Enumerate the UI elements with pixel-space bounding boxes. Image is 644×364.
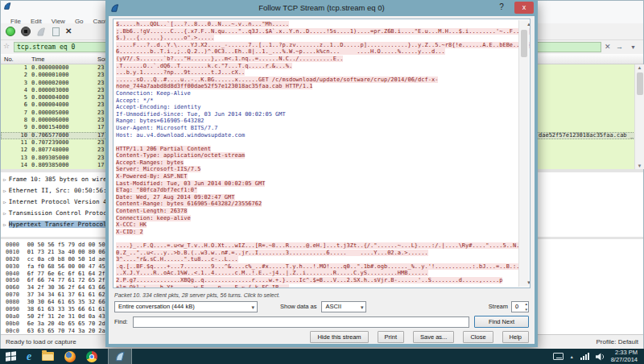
packet-no: 1 [1,64,27,72]
stream-number-spinner[interactable]: 0 [511,301,529,312]
stream-scrollbar[interactable]: ▲ ▼ [518,20,529,287]
hex-offset: 0000 [6,242,19,248]
dialog-titlebar[interactable]: Follow TCP Stream (tcp.stream eq 0) ? x [105,0,538,16]
hex-bytes: 38 61 63 33 35 66 61 61 [27,306,105,312]
show-data-as-select[interactable]: ASCII [321,301,366,312]
print-button[interactable]: Print [378,331,404,343]
stream-line: none_744a7aabd8d8d3ff00dae52f57e123018ac… [116,83,517,90]
hex-offset: 00a0 [6,313,19,320]
volume-icon[interactable] [596,353,605,361]
taskbar-clock[interactable]: 2:33 PM 8/27/2014 [611,350,638,363]
expand-arrow-icon[interactable]: ▷ [3,221,6,227]
scroll-up-icon[interactable]: ▲ [635,65,644,70]
conversation-select[interactable]: Entire conversation (444 kB) [114,301,258,312]
start-capture-icon[interactable] [6,27,15,36]
find-input[interactable] [133,316,469,328]
packet-source: 23 [97,72,104,79]
hex-bytes: 63 63 65 70 74 3a 20 2a [27,328,105,334]
stream-line: Server: Microsoft-IIS/7.5 [116,166,517,173]
stream-line: ETag: "80fca7dbf7ecf1:0" [116,187,517,194]
chrome-icon[interactable] [86,351,97,362]
packet-no: 8 [1,117,27,124]
expand-arrow-icon[interactable]: ▷ [3,199,6,205]
close-button[interactable]: Close [463,331,493,343]
save-as-button[interactable]: Save as... [413,331,454,343]
scroll-down-icon[interactable]: ▼ [635,163,644,168]
expand-arrow-icon[interactable]: ▷ [3,176,6,182]
stream-line: Host: au.v4.download.windowsupdate.com [116,132,517,139]
proto-tree-label: Internet Protocol Version 4, [9,198,110,205]
stop-capture-icon[interactable] [21,27,31,36]
close-button[interactable]: x [514,2,534,14]
screen: FileEditViewGoCaptureAnalyze ✕ ☆ tcp.str… [0,0,644,364]
filter-dropdown-icon[interactable]: ▼ [630,42,636,52]
stream-content-area[interactable]: $.....h...QOL..`[...?..8...0..N...~.v..n… [113,19,530,288]
server-data-text: Connection: keep-alive [116,215,191,221]
file-explorer-icon[interactable] [42,352,54,361]
server-data-text: $.)...{......}......o".>..... [116,35,214,41]
wireshark-taskbar-icon[interactable] [108,349,132,364]
column-time[interactable]: Time [31,56,44,63]
expand-arrow-icon[interactable]: ▷ [3,210,6,216]
network-icon[interactable] [580,353,589,360]
scrollbar-thumb[interactable] [637,72,643,95]
show-data-as-label: Show data as [280,303,316,310]
restart-capture-icon[interactable] [36,27,47,37]
client-data-text: If-Unmodified-Since: Tue, 03 Jun 2014 00… [116,111,286,118]
packet-no: 6 [1,101,27,109]
scroll-up-icon[interactable]: ▲ [524,22,530,27]
stream-line: Accept: */* [116,97,517,105]
keyboard-icon[interactable] [553,353,564,360]
filter-apply-icon[interactable]: → [616,42,623,52]
server-data-text: ......sO...Q..#....u..-..K.BG......x....… [116,77,438,83]
server-data-text: Date: Wed, 27 Aug 2014 09:02:47 GMT [116,194,235,201]
stream-line [116,139,517,146]
server-data-text: .....F...?..d..Y.\....YJ.X2...._-......7… [116,42,530,48]
stream-line: +lm.Okl.:....h.Yt......w.F....p....F.~.{… [116,284,517,288]
server-data-text: 6.........b..T.i.,;..Q.2..)^.0C3...Eh..8… [116,48,445,55]
hex-offset: 0020 [6,256,19,263]
packet-time: 0.000004000 [31,94,68,101]
hide-this-stream-button[interactable]: Hide this stream [310,331,368,343]
wireshark-icon [3,2,12,10]
column-no[interactable]: No. [4,56,14,63]
expand-arrow-icon[interactable]: ▷ [3,188,6,193]
capture-options-icon[interactable] [52,27,60,36]
proto-tree-label: Frame 10: 385 bytes on wire [9,176,107,183]
filter-bookmark-icon[interactable]: ☆ [3,42,10,50]
server-data-text: .T......O..`.dQ6..T........k.c."7...T.q.… [116,63,292,69]
packet-no: 2 [1,72,27,79]
stream-line: ;.Bb6..!gV......C...{.x7.F..N.qu...."..q… [116,28,517,35]
packet-info-text[interactable]: Packet 10. 334 client pkts, 28 server pk… [114,292,280,298]
stream-line: 6.........b..T.i.,;..Q.2..)^.0C3...Eh..8… [116,48,517,56]
client-data-text: Accept-Encoding: identity [116,104,200,110]
scroll-down-icon[interactable]: ▼ [524,280,530,285]
stream-line: 0.Z_.."..u<...y..>b.B.(..w3.w..n#.=..jr.… [116,250,517,257]
stream-line: ...b.y.1......?np...9t......t.J...cX.. [116,69,517,77]
filter-clear-icon[interactable]: ✕ [605,42,611,52]
hex-offset: 0010 [6,249,19,255]
proto-tree-label: Hypertext Transfer Protocol [9,221,107,228]
find-next-button[interactable]: Find Next [474,316,529,328]
packet-source: 17 [97,124,104,131]
stream-line: .q.[..BF.$q....+...7........9...^&....c%… [116,263,517,271]
server-data-text: Content-Type: application/octet-stream [116,152,245,159]
follow-tcp-stream-dialog: Follow TCP Stream (tcp.stream eq 0) ? x … [105,0,538,347]
server-data-text: (yV7/.S.......`b?..."H......},..m<.1.nq.… [116,56,343,62]
help-button[interactable]: ? [496,2,507,11]
profile-indicator[interactable]: Profile: Default [597,338,638,345]
internet-explorer-icon[interactable]: e [27,351,31,362]
close-capture-icon[interactable]: ✕ [65,27,72,35]
start-button[interactable] [6,351,16,361]
help-button[interactable]: Help [502,331,529,343]
packet-no: 12 [1,147,27,154]
packet-list-scrollbar[interactable]: ▲ ▼ [634,64,644,169]
firefox-icon[interactable] [64,351,76,362]
stream-line: Content-Range: bytes 616905-643282/23556… [116,201,517,208]
hex-bytes: 50 2f 31 2e 31 0d 0a 43 [27,313,105,320]
stream-label: Stream [489,303,508,310]
packet-info-fragment: dae52f57e123018ac35faa.cab _ [539,132,634,139]
show-hidden-icons[interactable]: ▲ [570,354,574,359]
scrollbar-thumb[interactable] [521,30,527,57]
server-data-text: X-CCC: HK [116,221,147,228]
